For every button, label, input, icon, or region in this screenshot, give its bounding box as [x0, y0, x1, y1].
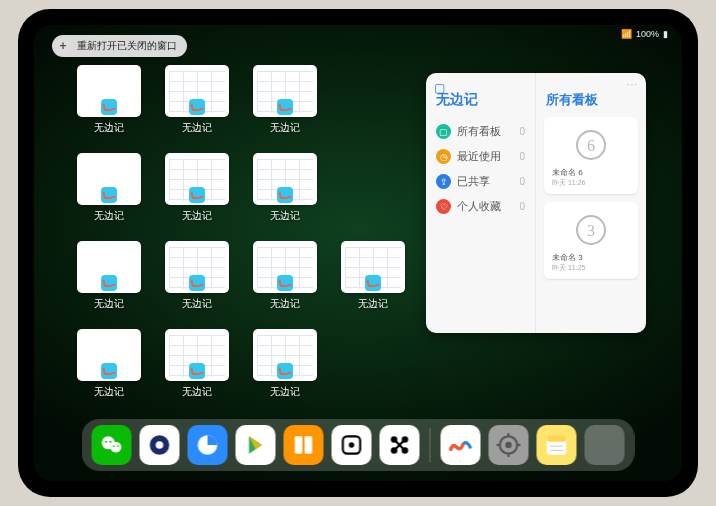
freeform-app-icon — [189, 363, 205, 379]
dock-app-connect[interactable] — [380, 425, 420, 465]
screen: 📶 100% ▮ + 重新打开已关闭的窗口 无边记无边记无边记无边记无边记无边记… — [34, 25, 682, 481]
dock-app-quark[interactable] — [140, 425, 180, 465]
sidebar-item[interactable]: ◷最近使用0 — [434, 144, 527, 169]
row-count: 0 — [519, 126, 525, 137]
dock-app-books[interactable] — [284, 425, 324, 465]
battery-text: 100% — [636, 29, 659, 39]
battery-icon: ▮ — [663, 29, 668, 39]
dock-recent-apps[interactable] — [585, 425, 625, 465]
svg-rect-13 — [295, 436, 303, 453]
freeform-app-icon — [189, 99, 205, 115]
board-caption: 未命名 6 — [552, 167, 583, 178]
dock-app-settings[interactable] — [489, 425, 529, 465]
svg-point-6 — [105, 441, 107, 443]
app-thumbnail[interactable]: 无边记 — [246, 65, 324, 147]
app-thumbnail[interactable]: 无边记 — [70, 241, 148, 323]
status-bar: 📶 100% ▮ — [621, 29, 668, 39]
sidebar-item[interactable]: ⇪已共享0 — [434, 169, 527, 194]
dock-app-notes[interactable] — [537, 425, 577, 465]
thumbnail-window — [77, 329, 141, 381]
freeform-app-icon — [101, 99, 117, 115]
thumbnail-window — [253, 241, 317, 293]
svg-point-22 — [505, 442, 512, 449]
dock-app-freeform[interactable] — [441, 425, 481, 465]
thumbnail-window — [253, 65, 317, 117]
svg-point-7 — [109, 441, 111, 443]
freeform-app-icon — [365, 275, 381, 291]
row-label: 已共享 — [457, 174, 490, 189]
workspace: 无边记无边记无边记无边记无边记无边记无边记无边记无边记无边记无边记无边记无边记 … — [70, 65, 646, 415]
reopen-label: 重新打开已关闭的窗口 — [77, 39, 177, 53]
freeform-app-icon — [101, 187, 117, 203]
sidebar-item[interactable]: ▢所有看板0 — [434, 119, 527, 144]
sidebar-item[interactable]: ♡个人收藏0 — [434, 194, 527, 219]
row-label: 所有看板 — [457, 124, 501, 139]
app-thumbnail[interactable]: 无边记 — [70, 329, 148, 411]
freeform-app-icon — [101, 363, 117, 379]
more-icon[interactable]: ··· — [627, 79, 638, 90]
thumbnail-window — [77, 65, 141, 117]
thumbnail-label: 无边记 — [270, 209, 300, 223]
reopen-closed-window-pill[interactable]: + 重新打开已关闭的窗口 — [52, 35, 187, 57]
app-thumbnail[interactable]: 无边记 — [246, 329, 324, 411]
board-preview: 3 — [569, 208, 613, 252]
row-icon: ▢ — [436, 124, 451, 139]
thumbnail-window — [165, 329, 229, 381]
svg-rect-14 — [305, 436, 313, 453]
ipad-frame: 📶 100% ▮ + 重新打开已关闭的窗口 无边记无边记无边记无边记无边记无边记… — [18, 9, 698, 497]
app-thumbnail[interactable]: 无边记 — [70, 65, 148, 147]
sidebar-toggle-icon[interactable]: ▢ — [434, 81, 445, 95]
app-thumbnail[interactable]: 无边记 — [334, 241, 412, 323]
board-card[interactable]: 3未命名 3昨天 11:25 — [544, 202, 638, 279]
thumbnail-label: 无边记 — [182, 297, 212, 311]
dock-app-dice[interactable] — [332, 425, 372, 465]
thumbnail-label: 无边记 — [270, 297, 300, 311]
app-thumbnail[interactable]: 无边记 — [246, 241, 324, 323]
thumbnail-label: 无边记 — [182, 121, 212, 135]
thumbnail-label: 无边记 — [270, 121, 300, 135]
thumbnail-window — [253, 329, 317, 381]
app-thumbnail[interactable]: 无边记 — [70, 153, 148, 235]
thumbnail-label: 无边记 — [94, 297, 124, 311]
svg-rect-28 — [547, 435, 567, 442]
row-icon: ◷ — [436, 149, 451, 164]
freeform-app-icon — [277, 99, 293, 115]
svg-point-5 — [110, 442, 121, 453]
dock-app-play[interactable] — [236, 425, 276, 465]
freeform-app-icon — [277, 275, 293, 291]
app-thumbnail[interactable]: 无边记 — [158, 329, 236, 411]
board-caption: 未命名 3 — [552, 252, 583, 263]
thumbnail-label: 无边记 — [182, 385, 212, 399]
dock-app-wechat[interactable] — [92, 425, 132, 465]
plus-icon[interactable]: + — [55, 38, 71, 54]
thumbnail-label: 无边记 — [182, 209, 212, 223]
app-thumbnail[interactable]: 无边记 — [158, 153, 236, 235]
row-label: 个人收藏 — [457, 199, 501, 214]
board-subtext: 昨天 11:26 — [552, 178, 585, 188]
row-icon: ⇪ — [436, 174, 451, 189]
app-thumbnail[interactable]: 无边记 — [246, 153, 324, 235]
svg-point-8 — [113, 445, 115, 447]
svg-point-11 — [156, 441, 164, 449]
app-switcher-grid: 无边记无边记无边记无边记无边记无边记无边记无边记无边记无边记无边记无边记无边记 — [70, 65, 412, 415]
thumbnail-label: 无边记 — [358, 297, 388, 311]
svg-text:3: 3 — [587, 222, 595, 239]
freeform-app-icon — [189, 275, 205, 291]
dock — [82, 419, 635, 471]
svg-text:6: 6 — [587, 137, 595, 154]
app-thumbnail[interactable]: 无边记 — [158, 241, 236, 323]
thumbnail-label: 无边记 — [94, 209, 124, 223]
thumbnail-window — [77, 153, 141, 205]
board-preview: 6 — [569, 123, 613, 167]
freeform-sidebar-panel: ▢ ··· 无边记 ▢所有看板0◷最近使用0⇪已共享0♡个人收藏0 所有看板 6… — [426, 73, 646, 333]
board-card[interactable]: 6未命名 6昨天 11:26 — [544, 117, 638, 194]
dock-separator — [430, 428, 431, 462]
panel-left: 无边记 ▢所有看板0◷最近使用0⇪已共享0♡个人收藏0 — [426, 73, 536, 333]
freeform-app-icon — [277, 187, 293, 203]
dock-app-qqbrowser[interactable] — [188, 425, 228, 465]
thumbnail-window — [165, 65, 229, 117]
app-thumbnail[interactable]: 无边记 — [158, 65, 236, 147]
freeform-app-icon — [101, 275, 117, 291]
signal-icon: 📶 — [621, 29, 632, 39]
thumbnail-label: 无边记 — [94, 385, 124, 399]
